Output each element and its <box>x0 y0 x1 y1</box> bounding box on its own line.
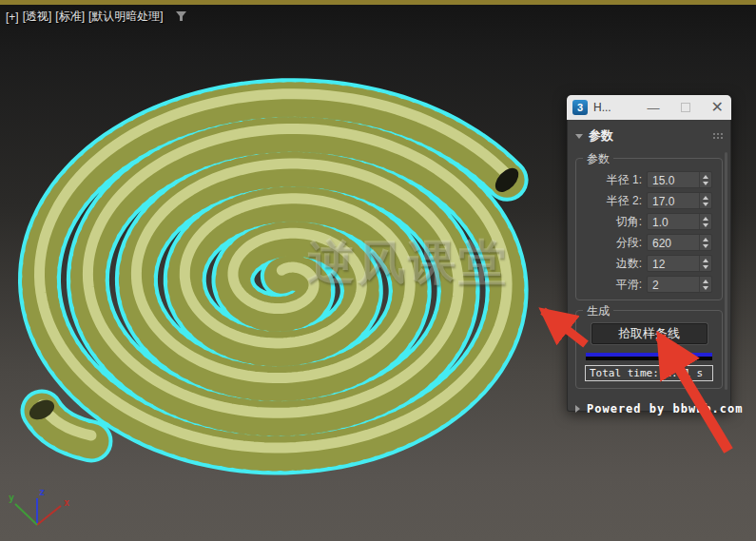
spinner-down-icon <box>703 286 708 290</box>
spinner-down-icon <box>703 223 708 227</box>
smooth-label: 平滑: <box>616 277 642 293</box>
dialog-title: H... <box>593 101 611 114</box>
generate-groupbox: 生成 拾取样条线 Total time: 2.31 s <box>575 310 723 389</box>
chevron-down-icon <box>575 134 583 139</box>
radius1-field[interactable]: 15.0 <box>647 171 712 188</box>
sides-field[interactable]: 12 <box>647 255 712 272</box>
spinner-up-icon <box>703 238 708 242</box>
chamfer-value: 1.0 <box>648 214 699 229</box>
radius2-field[interactable]: 17.0 <box>647 192 712 209</box>
segments-field[interactable]: 620 <box>647 234 712 251</box>
chamfer-field[interactable]: 1.0 <box>647 213 712 230</box>
spinner-up-icon <box>703 217 708 221</box>
spinner-up-icon <box>703 280 708 283</box>
rollout-scrollbar[interactable] <box>725 152 727 390</box>
param-row-chamfer: 切角: 1.0 <box>580 213 712 230</box>
generate-group-title: 生成 <box>583 303 613 319</box>
rollout-params-title: 参数 <box>589 127 613 145</box>
chamfer-spinner[interactable] <box>699 214 711 229</box>
plugin-dialog: 3 H... — ✕ 参数 参数 半径 1: 15.0 <box>567 95 731 412</box>
axis-x-line <box>37 506 61 525</box>
dialog-titlebar[interactable]: 3 H... — ✕ <box>567 95 731 120</box>
params-groupbox: 参数 半径 1: 15.0 半径 2: 17.0 切角: <box>575 158 723 300</box>
smooth-value: 2 <box>648 277 699 292</box>
spinner-down-icon <box>703 244 708 248</box>
axis-x-label: x <box>64 497 69 508</box>
radius1-label: 半径 1: <box>607 172 642 188</box>
spinner-up-icon <box>703 259 708 262</box>
param-row-radius1: 半径 1: 15.0 <box>580 171 712 188</box>
3dsmax-app-icon: 3 <box>572 100 588 115</box>
radius2-value: 17.0 <box>648 193 699 208</box>
chamfer-label: 切角: <box>616 214 642 230</box>
rollout-header-powered[interactable]: Powered by bbwbb.com <box>575 402 723 415</box>
radius1-spinner[interactable] <box>699 172 711 187</box>
powered-by-label: Powered by bbwbb.com <box>587 402 744 415</box>
drag-grip-icon <box>712 132 723 140</box>
sides-spinner[interactable] <box>699 256 711 271</box>
spiral-tube-object[interactable] <box>26 94 522 454</box>
total-time-readout: Total time: 2.31 s <box>585 365 713 381</box>
smooth-spinner[interactable] <box>699 277 711 292</box>
params-group-title: 参数 <box>583 151 613 167</box>
progress-bar <box>586 353 712 360</box>
radius2-spinner[interactable] <box>699 193 711 208</box>
radius1-value: 15.0 <box>648 172 699 187</box>
param-row-sides: 边数: 12 <box>580 255 712 272</box>
maximize-button[interactable] <box>681 103 690 112</box>
spinner-up-icon <box>703 196 708 200</box>
chevron-right-icon <box>575 405 580 413</box>
minimize-button[interactable]: — <box>648 102 660 114</box>
smooth-field[interactable]: 2 <box>647 276 712 293</box>
progress-fill <box>586 353 712 357</box>
viewport: 逆风课堂 [+] [透视] [标准] [默认明暗处理] z x y 3 H...… <box>0 0 756 541</box>
segments-spinner[interactable] <box>699 235 711 250</box>
radius2-label: 半径 2: <box>607 193 642 209</box>
segments-value: 620 <box>648 235 699 250</box>
sides-label: 边数: <box>616 256 642 272</box>
axis-z-label: z <box>39 487 45 497</box>
spinner-down-icon <box>703 265 708 269</box>
segments-label: 分段: <box>616 235 642 251</box>
rollout-header-params[interactable]: 参数 <box>568 120 730 148</box>
spinner-down-icon <box>703 203 708 206</box>
dialog-body: 参数 参数 半径 1: 15.0 半径 2: 17.0 <box>567 120 731 412</box>
axis-y-line <box>15 504 37 525</box>
pick-spline-button[interactable]: 拾取样条线 <box>591 323 708 344</box>
spinner-down-icon <box>703 182 708 185</box>
axis-y-label: y <box>9 493 14 503</box>
param-row-radius2: 半径 2: 17.0 <box>580 192 712 209</box>
param-row-segments: 分段: 620 <box>580 234 712 251</box>
param-row-smooth: 平滑: 2 <box>580 276 712 293</box>
close-button[interactable]: ✕ <box>711 100 724 115</box>
sides-value: 12 <box>648 256 699 271</box>
world-axis-gizmo: z x y <box>6 483 76 538</box>
spinner-up-icon <box>703 175 708 179</box>
